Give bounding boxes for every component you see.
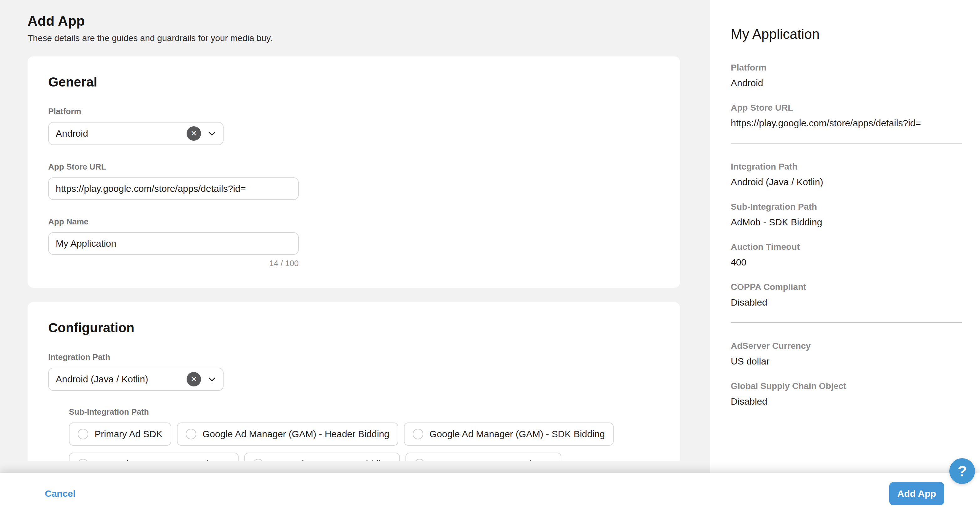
summary-field-adserver-currency: AdServer Currency US dollar [731,341,962,367]
radio-icon [414,459,425,461]
integration-path-select-value: Android (Java / Kotlin) [56,374,187,385]
summary-field-auction-timeout: Auction Timeout 400 [731,242,962,268]
add-app-page: Add App These details are the guides and… [0,0,980,514]
summary-field-sub-integration-path: Sub-Integration Path AdMob - SDK Bidding [731,202,962,228]
summary-field-global-supply-chain-object: Global Supply Chain Object Disabled [731,381,962,407]
summary-field-platform: Platform Android [731,63,962,88]
integration-path-select[interactable]: Android (Java / Kotlin) ✕ [48,368,224,391]
clear-x-icon: ✕ [191,375,197,383]
summary-field-app-store-url: App Store URL https://play.google.com/st… [731,103,962,129]
radio-icon [78,429,88,439]
radio-option-gam-header-bidding[interactable]: Google Ad Manager (GAM) - Header Bidding [177,423,398,446]
chevron-down-icon [207,375,217,384]
radio-icon [413,429,423,439]
radio-icon [186,429,196,439]
app-store-url-label: App Store URL [48,162,659,172]
summary-panel: My Application Platform Android App Stor… [710,0,980,514]
summary-divider [731,322,962,323]
configuration-heading: Configuration [48,320,659,335]
platform-field: Platform Android ✕ [48,107,659,145]
summary-title: My Application [731,26,962,42]
clear-x-icon: ✕ [191,130,197,137]
app-name-input[interactable] [48,232,299,255]
app-store-url-field: App Store URL [48,162,659,200]
radio-option-applovin-sdk-bidding[interactable]: AppLovin Max - SDK Bidding [244,453,400,461]
platform-select-value: Android [56,128,187,139]
general-card: General Platform Android ✕ App Store URL [27,56,680,288]
add-app-button[interactable]: Add App [889,482,944,505]
page-subtitle: These details are the guides and guardra… [27,33,680,43]
sub-integration-radio-group: Primary Ad SDK Google Ad Manager (GAM) -… [69,423,659,461]
app-name-field: App Name 14 / 100 [48,217,659,268]
integration-path-clear-button[interactable]: ✕ [187,372,201,386]
integration-path-label: Integration Path [48,352,659,362]
cancel-button[interactable]: Cancel [45,488,75,499]
summary-divider [731,143,962,144]
radio-icon [253,459,264,461]
summary-field-integration-path: Integration Path Android (Java / Kotlin) [731,162,962,187]
radio-option-ironsource-custom-adapter[interactable]: IronSource - Custom Adapter [406,453,562,461]
form-scroll-area: Add App These details are the guides and… [0,0,710,461]
help-button[interactable]: ? [949,458,975,484]
platform-clear-button[interactable]: ✕ [187,126,201,141]
app-name-char-counter: 14 / 100 [48,259,299,268]
page-title: Add App [27,13,680,29]
configuration-card: Configuration Integration Path Android (… [27,302,680,461]
radio-option-primary-ad-sdk[interactable]: Primary Ad SDK [69,423,171,446]
summary-field-coppa-compliant: COPPA Compliant Disabled [731,282,962,308]
question-mark-icon: ? [958,463,967,480]
radio-option-gam-sdk-bidding[interactable]: Google Ad Manager (GAM) - SDK Bidding [404,423,614,446]
sub-integration-section: Sub-Integration Path Primary Ad SDK Goog… [69,407,659,461]
footer-bar: Cancel Add App [0,473,980,514]
platform-label: Platform [48,107,659,116]
general-heading: General [48,75,659,89]
app-store-url-input[interactable] [48,177,299,200]
app-name-label: App Name [48,217,659,227]
platform-select[interactable]: Android ✕ [48,122,224,145]
radio-option-applovin-custom-adapter[interactable]: AppLovin Max - Custom Adapter [69,453,239,461]
integration-path-field: Integration Path Android (Java / Kotlin)… [48,352,659,391]
sub-integration-path-label: Sub-Integration Path [69,407,659,417]
radio-icon [78,459,88,461]
chevron-down-icon [207,129,217,138]
